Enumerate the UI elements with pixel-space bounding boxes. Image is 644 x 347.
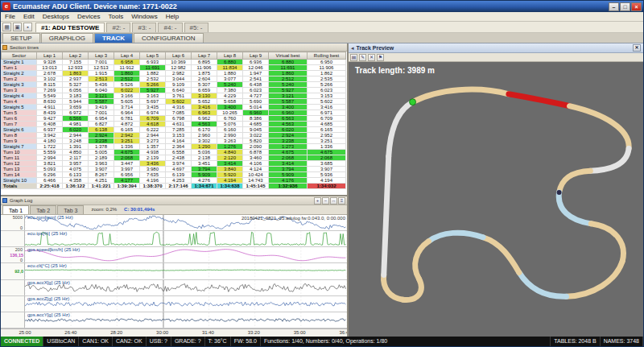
time-cell: 2:952: [308, 133, 346, 138]
device-tab-2[interactable]: #2: -: [106, 23, 130, 32]
time-cell: 6:558: [166, 150, 192, 155]
graph-channel-strip[interactable]: 92,0ecu.clt[°C] (25 Hz): [1, 263, 347, 279]
channel-label: gps.accZ[g] (25 Hz): [27, 296, 69, 301]
time-cell: 4:850: [63, 150, 89, 155]
table-row[interactable]: Straight 38:1155:3275:4365:5265:2669:109…: [2, 82, 346, 88]
table-row[interactable]: Turn 48:6305:9445:5875:6055:6975:6025:65…: [2, 99, 346, 105]
channel-label: gps.accX[g] (25 Hz): [27, 280, 70, 285]
y-axis-cell: [1, 231, 25, 246]
table-row[interactable]: Straight 22:6781:8631:9151:8601:8822:982…: [2, 71, 346, 76]
totals-row[interactable]: Totals2:25:4181:36:1221:41:2211:39:3941:…: [2, 184, 346, 189]
table-row[interactable]: Turn 123:8213:9573:9633:4473:4363:9743:4…: [2, 161, 346, 167]
graph-channel-strip[interactable]: 2000136,15gps.speed[km/h] (25 Hz): [1, 247, 347, 263]
menu-help[interactable]: Help: [162, 12, 183, 22]
time-cell: 2:960: [192, 133, 217, 138]
table-row[interactable]: Turn 58:4396:9727:0016:9646:9747:0856:96…: [2, 110, 346, 116]
main-tabs: SETUPGRAPHLOGTRACKCONFIGURATION: [1, 33, 643, 43]
graph-tab-tab-1[interactable]: Tab 1: [2, 205, 29, 214]
time-cell: 6:170: [192, 127, 217, 133]
time-cell: 2:364: [166, 144, 192, 150]
time-cell: 4:164: [166, 138, 192, 144]
track-close-icon[interactable]: ✕: [633, 44, 641, 52]
minimize-button[interactable]: –: [609, 2, 619, 11]
desktop-icon[interactable]: ▦: [2, 23, 11, 31]
table-row[interactable]: Turn 146:2966:1338:2676:9567:6356:1395:9…: [2, 172, 346, 178]
table-row[interactable]: Straight 71:7221:3911:3781:3361:3572:364…: [2, 144, 346, 150]
table-row[interactable]: Turn 105:5594:8505:0054:6754:9386:5585:0…: [2, 150, 346, 155]
column-header: Lap 8: [217, 52, 243, 60]
menu-edit[interactable]: Edit: [19, 12, 39, 22]
tab-track[interactable]: TRACK: [94, 33, 133, 43]
table-row[interactable]: Turn 94:1803:2483:2383:2513:2734:1643:30…: [2, 138, 346, 144]
track-delete-icon[interactable]: ✕: [368, 54, 375, 61]
time-cell: 5:602: [166, 99, 192, 105]
graph-settings-icon[interactable]: ≡: [338, 197, 345, 204]
time-cell: 5:697: [140, 99, 166, 105]
graph-tab-tab-2[interactable]: Tab 2: [30, 205, 56, 214]
menu-devices[interactable]: Devices: [73, 12, 104, 22]
graph-channel-strip[interactable]: ecu.tps[%] (25 Hz): [1, 231, 347, 247]
table-row[interactable]: Turn 69:4276:5666:9546:7816:7096:7986:96…: [2, 116, 346, 122]
zoom-in-icon[interactable]: +: [314, 197, 321, 204]
graph-channel-strip[interactable]: gps.accZ[g] (25 Hz): [1, 296, 347, 312]
time-cell: 3:435: [140, 105, 166, 110]
table-row[interactable]: Turn 135:0934:0753:9073:9973:9804:6973:7…: [2, 167, 346, 172]
time-cell: 10:369: [166, 60, 192, 65]
track-flag-icon[interactable]: ⚑: [377, 54, 384, 61]
time-cell: 6:020: [269, 127, 308, 133]
time-cell: 3:273: [140, 138, 166, 144]
y-axis-min-label: 0: [20, 258, 23, 262]
pan-icon[interactable]: ↔: [330, 197, 337, 204]
tab-configuration[interactable]: CONFIGURATION: [134, 33, 204, 43]
table-row[interactable]: Straight 54:9113:6593:4193:7143:4354:316…: [2, 105, 346, 110]
track-save-icon[interactable]: ▤: [350, 54, 357, 61]
zoom-out-icon[interactable]: −: [322, 197, 329, 204]
track-map-canvas[interactable]: Track length: 3989 m: [349, 62, 643, 337]
device-tab-5[interactable]: #5: -: [184, 23, 208, 32]
table-row[interactable]: Straight 66:9376:0206:1386:1656:2227:285…: [2, 127, 346, 133]
menu-tools[interactable]: Tools: [105, 12, 128, 22]
menu-file[interactable]: File: [1, 12, 19, 22]
table-row[interactable]: Turn 113:01312:93312:51311:91211:69112:9…: [2, 65, 346, 71]
time-cell: 1:34:032: [308, 184, 346, 189]
time-cell: 2:138: [192, 155, 217, 161]
time-cell: 3:436: [140, 161, 166, 167]
time-cell: 3:794: [269, 167, 308, 172]
tab-graphlog[interactable]: GRAPHLOG: [41, 33, 93, 43]
time-cell: 3:121: [89, 93, 114, 99]
close-button[interactable]: ×: [631, 2, 642, 11]
graph-channel-strip[interactable]: gps.accY[g] (25 Hz): [1, 312, 347, 328]
time-cell: 11:906: [192, 65, 217, 71]
table-row[interactable]: Turn 112:9942:1172:1892:0682:1392:4382:1…: [2, 155, 346, 161]
titlebar[interactable]: e Ecumaster ADU Client. Device name: 177…: [1, 1, 643, 12]
device-tab-1[interactable]: #1: ADU TESTOWE: [35, 23, 105, 32]
device-tab-3[interactable]: #3: -: [132, 23, 156, 32]
time-cell: 1:915: [89, 71, 114, 76]
table-row[interactable]: Straight 45:5493:1833:1213:1663:1633:761…: [2, 93, 346, 99]
car-position-marker: [557, 190, 562, 195]
graph-tab-tab-3[interactable]: Tab 3: [57, 205, 84, 214]
graph-channel-strip[interactable]: gps.accX[g] (25 Hz): [1, 280, 347, 296]
device-tab-4[interactable]: #4: -: [158, 23, 182, 32]
table-row[interactable]: Turn 76:4084:9816:8274:8724:6184:6314:56…: [2, 122, 346, 127]
table-row[interactable]: Turn 83:9422:9442:9242:9422:9443:1532:96…: [2, 133, 346, 138]
column-header: Lap 1: [37, 52, 63, 60]
time-cell: 5:076: [217, 122, 243, 127]
table-row[interactable]: Straight 106:4664:3584:2514:1774:1964:25…: [2, 178, 346, 184]
track-edit-icon[interactable]: ✎: [359, 54, 366, 61]
menu-desktops[interactable]: Desktops: [39, 12, 73, 22]
time-cell: 6:438: [243, 82, 269, 88]
collapse-icon[interactable]: ◂: [351, 45, 354, 52]
maximize-button[interactable]: □: [620, 2, 630, 11]
time-cell: 3:163: [140, 93, 166, 99]
open-icon[interactable]: ▣: [13, 23, 22, 31]
time-cell: 6:878: [243, 150, 269, 155]
table-row[interactable]: Turn 37:2696:0566:0406:0225:9276:6406:65…: [2, 88, 346, 93]
time-tick-label: 31:40: [202, 330, 214, 335]
tab-setup[interactable]: SETUP: [2, 33, 40, 43]
table-row[interactable]: Turn 23:1022:9372:5132:5122:5323:0442:60…: [2, 76, 346, 82]
table-row[interactable]: Straight 19:3287:1557:0016:9586:93310:36…: [2, 60, 346, 65]
save-icon[interactable]: ▪: [23, 23, 32, 31]
graph-plot-area[interactable]: 20180421_0821_05.adulog fw:0.043.0, 0:00…: [1, 215, 347, 328]
menu-windows[interactable]: Windows: [127, 12, 161, 22]
